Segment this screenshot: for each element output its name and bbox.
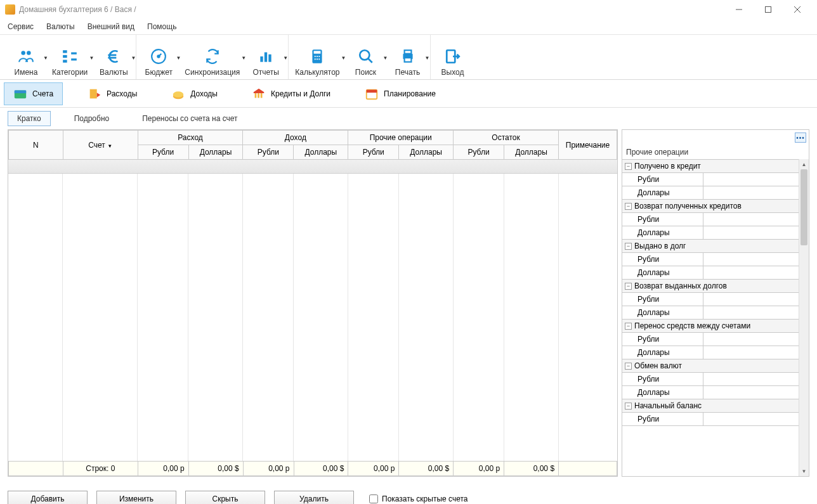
collapse-icon[interactable]: − xyxy=(625,163,632,170)
add-button[interactable]: Добавить xyxy=(8,491,88,504)
col-income[interactable]: Доход xyxy=(243,131,348,145)
tree-row-value xyxy=(703,173,799,186)
svg-rect-9 xyxy=(71,53,77,55)
tab-expenses[interactable]: Расходы xyxy=(78,82,147,105)
panel-menu-icon[interactable]: ••• xyxy=(795,132,806,143)
col-account[interactable]: Счет ▼ xyxy=(63,131,138,160)
tab-accounts[interactable]: Счета xyxy=(4,82,63,105)
tree-group-header[interactable]: −Перенос средств между счетами xyxy=(622,320,799,333)
scroll-up-icon[interactable]: ▲ xyxy=(799,159,809,169)
chevron-down-icon: ▼ xyxy=(43,55,48,61)
collapse-icon[interactable]: − xyxy=(625,283,632,290)
scroll-thumb[interactable] xyxy=(801,169,807,245)
tree-row-label: Доллары xyxy=(622,346,703,359)
subtab-transfers[interactable]: Переносы со счета на счет xyxy=(133,111,247,126)
collapse-icon[interactable]: − xyxy=(625,323,632,330)
tree-row[interactable]: Рубли xyxy=(622,333,799,346)
menu-help[interactable]: Помощь xyxy=(142,21,181,32)
tree-group-header[interactable]: −Возврат выданных долгов xyxy=(622,280,799,293)
menu-appearance[interactable]: Внешний вид xyxy=(82,21,140,32)
budget-button[interactable]: ▼ Бюджет xyxy=(143,48,174,77)
close-button[interactable] xyxy=(783,0,812,19)
tree-row[interactable]: Рубли xyxy=(622,173,799,186)
svg-rect-6 xyxy=(63,50,67,53)
collapse-icon[interactable]: − xyxy=(625,203,632,210)
currencies-button[interactable]: ▼ Валюты xyxy=(98,48,129,77)
tree-row-value xyxy=(703,386,799,399)
exit-button[interactable]: Выход xyxy=(437,48,469,77)
col-expense[interactable]: Расход xyxy=(138,131,243,145)
show-hidden-checkbox[interactable]: Показать скрытые счета xyxy=(369,494,467,503)
col-n[interactable]: N xyxy=(9,131,63,160)
calculator-button[interactable]: ▼ Калькулятор xyxy=(295,48,339,77)
tree-row-value xyxy=(703,306,799,319)
svg-point-19 xyxy=(317,56,318,57)
income-icon xyxy=(171,87,185,101)
col-note[interactable]: Примечание xyxy=(558,131,617,160)
tab-credits[interactable]: Кредиты и Долги xyxy=(242,82,340,105)
tree-row-label: Доллары xyxy=(622,186,703,199)
tree-row[interactable]: Рубли xyxy=(622,373,799,386)
tab-income[interactable]: Доходы xyxy=(162,82,227,105)
rows-count: Строк: 0 xyxy=(63,462,138,476)
menu-currencies[interactable]: Валюты xyxy=(41,21,80,32)
maximize-button[interactable] xyxy=(754,0,783,19)
tree-row[interactable]: Рубли xyxy=(622,213,799,226)
print-button[interactable]: ▼ Печать xyxy=(392,48,424,77)
edit-button[interactable]: Изменить xyxy=(96,491,176,504)
tree-row[interactable]: Доллары xyxy=(622,346,799,359)
tree-group-label: Возврат выданных долгов xyxy=(634,281,727,290)
col-other[interactable]: Прочие операции xyxy=(348,131,454,145)
collapse-icon[interactable]: − xyxy=(625,243,632,250)
tree-row[interactable]: Рубли xyxy=(622,253,799,266)
col-balance[interactable]: Остаток xyxy=(454,131,559,145)
show-hidden-input[interactable] xyxy=(369,494,378,503)
tree-group-header[interactable]: −Обмен валют xyxy=(622,359,799,373)
svg-rect-27 xyxy=(404,50,411,53)
operations-tree[interactable]: −Получено в кредитРублиДоллары−Возврат п… xyxy=(622,159,799,444)
calendar-icon xyxy=(365,87,379,101)
selected-row[interactable] xyxy=(8,160,617,174)
names-button[interactable]: ▼ Имена xyxy=(10,48,42,77)
tab-planning[interactable]: Планирование xyxy=(355,82,445,105)
reports-button[interactable]: ▼ Отчеты xyxy=(250,48,282,77)
tree-row-label: Рубли xyxy=(622,293,703,306)
tree-group-header[interactable]: −Начальный баланс xyxy=(622,399,799,413)
tree-row[interactable]: Рубли xyxy=(622,413,799,426)
collapse-icon[interactable]: − xyxy=(625,403,632,410)
svg-point-24 xyxy=(360,50,369,60)
categories-button[interactable]: ▼ Категории xyxy=(52,48,88,77)
tree-row-label: Доллары xyxy=(622,306,703,319)
people-icon xyxy=(17,48,35,65)
svg-rect-13 xyxy=(261,56,263,62)
calculator-icon xyxy=(308,48,326,65)
scrollbar[interactable]: ▲ ▼ xyxy=(799,159,809,476)
hide-button[interactable]: Скрыть xyxy=(185,491,265,504)
tree-row[interactable]: Доллары xyxy=(622,306,799,320)
scroll-down-icon[interactable]: ▼ xyxy=(799,466,809,476)
grid-body[interactable] xyxy=(8,160,617,461)
tree-icon xyxy=(61,48,79,65)
subtab-brief[interactable]: Кратко xyxy=(8,111,51,126)
search-button[interactable]: ▼ Поиск xyxy=(350,48,382,77)
sync-button[interactable]: ▼ Синхронизация xyxy=(185,48,240,77)
tree-row[interactable]: Рубли xyxy=(622,293,799,306)
tree-group-header[interactable]: −Возврат полученных кредитов xyxy=(622,200,799,213)
subtab-detail[interactable]: Подробно xyxy=(65,111,119,126)
side-panel: ••• Прочие операции −Получено в кредитРу… xyxy=(622,129,809,477)
tree-row-value xyxy=(703,266,799,279)
svg-point-23 xyxy=(319,58,320,60)
tree-row[interactable]: Доллары xyxy=(622,266,799,280)
collapse-icon[interactable]: − xyxy=(625,363,632,370)
menu-service[interactable]: Сервис xyxy=(3,21,39,32)
delete-button[interactable]: Удалить xyxy=(274,491,354,504)
tree-group-header[interactable]: −Выдано в долг xyxy=(622,240,799,253)
tree-group-header[interactable]: −Получено в кредит xyxy=(622,160,799,173)
minimize-button[interactable] xyxy=(724,0,754,19)
tree-row[interactable]: Доллары xyxy=(622,386,799,399)
tree-row[interactable]: Доллары xyxy=(622,186,799,200)
tree-group: −Возврат полученных кредитовРублиДоллары xyxy=(622,200,799,240)
tree-row[interactable]: Доллары xyxy=(622,226,799,240)
svg-point-22 xyxy=(317,58,318,60)
svg-line-25 xyxy=(368,58,372,63)
